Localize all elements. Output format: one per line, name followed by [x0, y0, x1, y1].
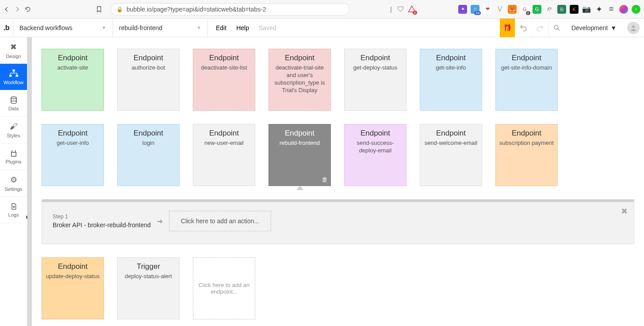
workflow-card[interactable]: Endpointrebuild-frontend🗑: [268, 124, 331, 186]
close-panel-icon[interactable]: ✖: [621, 206, 628, 216]
workflow-card[interactable]: Endpointlogin: [117, 124, 180, 186]
workflow-card[interactable]: Endpointnew-user-email: [193, 124, 255, 186]
left-sidebar: ✖ Design Workflow Data 🖌 Styles Plugins …: [0, 37, 27, 326]
url-text: bubble.io/page?type=api&id=staticweb&tab…: [126, 6, 266, 13]
workflow-card[interactable]: Endpointget-deploy-status: [344, 49, 406, 111]
edit-link[interactable]: Edit: [216, 24, 226, 31]
delete-icon[interactable]: 🗑: [322, 176, 328, 183]
bookmark-icon[interactable]: [96, 6, 103, 13]
help-link[interactable]: Help: [236, 24, 249, 31]
ext-icon-k[interactable]: K: [570, 5, 579, 14]
workflow-card-title: Endpoint: [121, 54, 176, 62]
chevron-down-icon: ▼: [197, 25, 201, 30]
workflow-card-subtitle: send-success-deploy-email: [348, 140, 402, 155]
ext-icon-3[interactable]: ❤: [483, 5, 492, 14]
workflow-row: Endpointupdate-deploy-statusTriggerdeplo…: [42, 257, 634, 319]
workflow-card-subtitle: get-site-info-domain: [499, 64, 554, 72]
sidebar-item-logs[interactable]: Logs: [0, 197, 27, 223]
ext-icon-f[interactable]: f?: [545, 5, 554, 14]
brave-shield-icon[interactable]: 🛡: [397, 5, 404, 13]
sidebar-item-plugins[interactable]: Plugins: [0, 144, 27, 170]
ext-icon-1[interactable]: ✦: [458, 5, 467, 14]
workflow-card-title: Endpoint: [46, 54, 100, 62]
workflow-card[interactable]: Endpointget-site-info: [420, 49, 482, 111]
nav-forward-icon[interactable]: [14, 6, 20, 12]
sidebar-item-design[interactable]: ✖ Design: [0, 37, 27, 64]
ext-icon-g1[interactable]: G2: [520, 5, 529, 14]
workflow-card[interactable]: Endpointget-site-info-domain: [495, 49, 558, 111]
data-icon: [10, 96, 18, 104]
workflow-card-subtitle: send-welcome-email: [424, 140, 478, 147]
workflow-card-subtitle: deactivate-site-list: [197, 64, 251, 72]
workflow-card-subtitle: subscription payment: [499, 140, 554, 147]
workflow-card-title: Endpoint: [197, 129, 251, 138]
search-icon[interactable]: [548, 19, 565, 37]
svg-point-1: [632, 25, 634, 27]
sidebar-item-label: Styles: [7, 133, 20, 138]
chevron-down-icon: ▼: [102, 25, 106, 30]
workflow-card[interactable]: Endpointdeactivate-trial-site and user's…: [268, 49, 331, 111]
brave-rewards-icon[interactable]: 8: [408, 5, 416, 13]
workflow-card[interactable]: Endpointsend-success-deploy-email: [344, 124, 406, 186]
sidebar-item-label: Logs: [8, 212, 19, 217]
metamask-icon[interactable]: 🦊: [508, 5, 517, 14]
workflow-card-title: Endpoint: [197, 54, 251, 62]
environment-selector[interactable]: Development ▼: [565, 24, 623, 31]
workflow-card[interactable]: Endpointauthorize-bot: [117, 49, 180, 111]
workflow-card-subtitle: activate-site: [46, 64, 100, 72]
undo-icon[interactable]: [515, 19, 532, 37]
reload-icon[interactable]: [25, 6, 31, 12]
workflow-card-title: Endpoint: [424, 129, 478, 138]
browser-toolbar: 🔒 bubble.io/page?type=api&id=staticweb&t…: [0, 0, 644, 19]
workflow-selector[interactable]: rebuild-frontend ▼: [113, 19, 208, 37]
logs-icon: [10, 202, 17, 210]
workflow-card[interactable]: Endpointdeactivate-site-list: [193, 49, 255, 111]
workflow-card-subtitle: update-deploy-status: [46, 273, 100, 280]
add-endpoint-button[interactable]: Click here to add an endpoint...: [193, 257, 255, 319]
workflow-card[interactable]: Triggerdeploy-status-alert: [117, 257, 180, 319]
page-selector-label: Backend workflows: [19, 24, 73, 31]
redo-icon[interactable]: [532, 19, 548, 37]
sidebar-item-data[interactable]: Data: [0, 90, 27, 117]
workflow-card[interactable]: Endpointget-user-info: [42, 124, 104, 186]
sidebar-item-label: Design: [6, 54, 21, 59]
extension-icons: | 🛡 8 ✦ ⎍18 ❤ V 🦊 G2 G f? ⎘ K 📷 ✦ ≡ ↑: [390, 5, 640, 14]
reading-list-icon[interactable]: ≡: [607, 5, 616, 14]
nav-back-icon[interactable]: [4, 6, 10, 12]
extensions-puzzle-icon[interactable]: ✦: [594, 5, 603, 14]
url-bar[interactable]: 🔒 bubble.io/page?type=api&id=staticweb&t…: [111, 3, 349, 16]
camera-icon[interactable]: 📷: [582, 5, 591, 14]
workflow-card[interactable]: Endpointsubscription payment: [495, 124, 558, 186]
gear-icon: ⚙: [10, 175, 17, 185]
workflow-card[interactable]: Endpointactivate-site: [42, 49, 104, 111]
step-number-label: Step 1: [53, 213, 151, 220]
svg-point-5: [11, 97, 16, 99]
sidebar-item-label: Plugins: [5, 159, 21, 164]
workflow-card-subtitle: rebuild-frontend: [272, 140, 327, 147]
workflow-card[interactable]: Endpointsend-welcome-email: [420, 124, 482, 186]
ext-icon-5[interactable]: ⎘: [557, 5, 566, 14]
sidebar-item-label: Settings: [5, 186, 23, 192]
user-avatar[interactable]: [627, 22, 640, 34]
sidebar-item-settings[interactable]: ⚙ Settings: [0, 170, 27, 197]
workflow-card-title: Endpoint: [424, 54, 478, 62]
workflow-card-title: Endpoint: [348, 54, 402, 62]
workflow-row: Endpointactivate-siteEndpointauthorize-b…: [42, 49, 634, 111]
add-action-button[interactable]: Click here to add an action...: [169, 211, 271, 231]
svg-rect-4: [15, 74, 18, 77]
arrow-right-icon: ➔: [157, 217, 163, 225]
sidebar-item-workflow[interactable]: Workflow: [0, 64, 27, 90]
sidebar-item-styles[interactable]: 🖌 Styles: [0, 117, 27, 144]
grammarly-icon[interactable]: G: [533, 5, 541, 14]
lock-icon: 🔒: [116, 6, 123, 12]
page-selector[interactable]: Backend workflows ▼: [13, 19, 113, 37]
workflow-icon: [9, 69, 19, 78]
ext-icon-2[interactable]: ⎍18: [471, 5, 479, 14]
update-icon[interactable]: ↑: [632, 5, 640, 14]
gift-icon[interactable]: 🎁: [500, 19, 515, 37]
workflow-card[interactable]: Endpointupdate-deploy-status: [42, 257, 104, 319]
step-action-name[interactable]: Broker API - broker-rebuild-frontend: [53, 221, 151, 229]
bubble-logo[interactable]: .b: [0, 19, 13, 37]
ext-icon-v[interactable]: V: [495, 5, 504, 14]
profile-icon[interactable]: [619, 5, 628, 14]
